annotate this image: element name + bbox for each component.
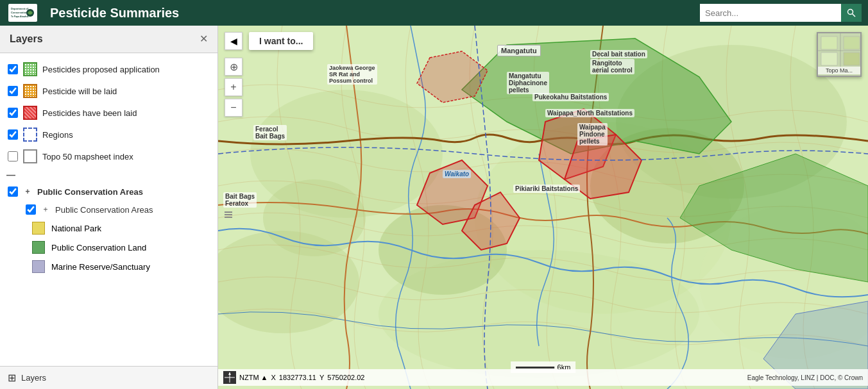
i-want-button[interactable]: I want to...	[249, 32, 313, 50]
zoom-in-button[interactable]: +	[225, 78, 243, 96]
layer-icon-white-border	[23, 149, 37, 163]
nztm-icon	[223, 371, 236, 384]
svg-rect-30	[821, 53, 837, 65]
app-header: Department of Conservation Te Papa Atawh…	[0, 0, 868, 26]
layer-icon-red-hatched	[23, 106, 37, 120]
svg-text:Conservation: Conservation	[11, 11, 28, 14]
layer-label-pesticide-will-be: Pesticide will be laid	[42, 87, 117, 96]
search-icon	[847, 8, 856, 17]
search-input[interactable]	[700, 4, 841, 22]
map-zoom-controls: ⊕ + −	[225, 58, 243, 117]
map-container[interactable]: Mangatutu Rangitotoaerial control Decal …	[218, 26, 868, 389]
zoom-out-button[interactable]: −	[225, 99, 243, 117]
layer-item-pesticides-proposed: Pesticides proposed application	[0, 58, 217, 80]
geolocate-button[interactable]: ⊕	[225, 58, 243, 76]
sub-layer-header-label: Public Conservation Areas	[55, 205, 153, 215]
topo-thumb-label: Topo Ma...	[818, 67, 860, 74]
drag-handle	[225, 211, 232, 218]
svg-line-6	[853, 14, 856, 17]
svg-rect-29	[844, 37, 860, 49]
search-area	[700, 4, 862, 22]
collapse-icon[interactable]: +	[23, 187, 32, 196]
layer-checkbox-pesticides-proposed[interactable]	[8, 64, 18, 74]
layer-label-pesticides-have-been: Pesticides have been laid	[42, 108, 137, 118]
layer-label-pesticides-proposed: Pesticides proposed application	[42, 65, 160, 74]
layer-icon-blue-dashed	[23, 128, 37, 142]
sub-layer-header-item: + Public Conservation Areas	[13, 201, 217, 219]
layer-checkbox-regions[interactable]	[8, 129, 18, 140]
doc-logo: Department of Conservation Te Papa Atawh…	[6, 3, 38, 23]
app-title: Pesticide Summaries	[50, 6, 179, 21]
map-attribution: Eagle Technology, LINZ | DOC, © Crown	[747, 374, 863, 381]
sub-collapse-icon[interactable]: +	[41, 205, 50, 214]
svg-point-5	[848, 10, 853, 15]
svg-rect-28	[821, 37, 837, 49]
sub-icon-conservation-land	[32, 241, 45, 254]
layer-label-regions: Regions	[42, 130, 73, 140]
sub-layer-conservation-land: Public Conservation Land	[13, 238, 217, 257]
layer-checkbox-pesticide-will-be[interactable]	[8, 86, 18, 96]
group-header-public-conservation: + Public Conservation Areas	[0, 183, 217, 201]
sub-layer-marine-reserve: Marine Reserve/Sanctuary	[13, 257, 217, 276]
layer-checkbox-topo50[interactable]	[8, 151, 18, 161]
sub-icon-marine-reserve	[32, 260, 45, 273]
layer-item-pesticides-have-been: Pesticides have been laid	[0, 102, 217, 124]
main-content: Layers ✕ Pesticides proposed application…	[0, 26, 868, 389]
sub-layer-label-marine-reserve: Marine Reserve/Sanctuary	[51, 262, 150, 272]
layer-group-public-conservation: + Public Conservation Areas + Public Con…	[0, 183, 217, 276]
logo-area: Department of Conservation Te Papa Atawh…	[6, 3, 179, 23]
coord-y-value: 5750202.02	[327, 374, 364, 381]
coord-x-value: 1832773.11	[279, 374, 316, 381]
coord-y-label: Y	[319, 374, 324, 381]
layer-item-regions: Regions	[0, 124, 217, 145]
svg-rect-31	[844, 53, 860, 65]
coord-x-label: X	[271, 374, 276, 381]
bottom-layers-button[interactable]: ⊞ Layers	[0, 366, 217, 389]
layer-icon-green-dotted	[23, 62, 37, 76]
topo-thumbnail[interactable]: Topo Ma...	[817, 32, 862, 77]
layer-item-pesticide-will-be: Pesticide will be laid	[0, 80, 217, 102]
close-button[interactable]: ✕	[200, 34, 208, 44]
layer-item-topo50: Topo 50 mapsheet index	[0, 145, 217, 167]
sub-layer-header-checkbox[interactable]	[26, 204, 36, 215]
map-back-button[interactable]: ◀	[225, 32, 243, 50]
layer-label-topo50: Topo 50 mapsheet index	[42, 152, 133, 161]
group-checkbox-public-conservation[interactable]	[8, 186, 18, 197]
layer-checkbox-pesticides-have-been[interactable]	[8, 108, 18, 118]
svg-text:Department of: Department of	[11, 7, 29, 10]
svg-text:Te Papa Atawhai: Te Papa Atawhai	[11, 15, 28, 18]
sidebar: Layers ✕ Pesticides proposed application…	[0, 26, 218, 389]
sub-layer-national-park: National Park	[13, 219, 217, 238]
layers-list: Pesticides proposed application Pesticid…	[0, 53, 217, 366]
sidebar-header: Layers ✕	[0, 26, 217, 53]
sub-layers-public-conservation: + Public Conservation Areas National Par…	[0, 201, 217, 276]
coords-bar: NZTM ▲ X 1832773.11 Y 5750202.02 Eagle T…	[218, 369, 868, 386]
doc-logo-img: Department of Conservation Te Papa Atawh…	[8, 4, 37, 22]
sub-icon-national-park	[32, 222, 45, 235]
sidebar-title: Layers	[10, 33, 43, 45]
layers-icon: ⊞	[8, 372, 16, 384]
map-svg	[218, 26, 868, 389]
search-button[interactable]	[841, 4, 862, 22]
bottom-layers-label: Layers	[21, 373, 46, 383]
sub-layer-label-national-park: National Park	[51, 224, 101, 233]
sub-layer-label-conservation-land: Public Conservation Land	[51, 243, 146, 252]
coord-system: NZTM ▲	[239, 374, 268, 381]
layer-icon-orange-dotted	[23, 84, 37, 98]
scale-line	[516, 367, 554, 368]
coords-left: NZTM ▲ X 1832773.11 Y 5750202.02	[223, 371, 364, 384]
minus-icon: —	[6, 170, 15, 180]
group-label-public-conservation: Public Conservation Areas	[37, 187, 143, 197]
group-divider: —	[0, 167, 217, 183]
